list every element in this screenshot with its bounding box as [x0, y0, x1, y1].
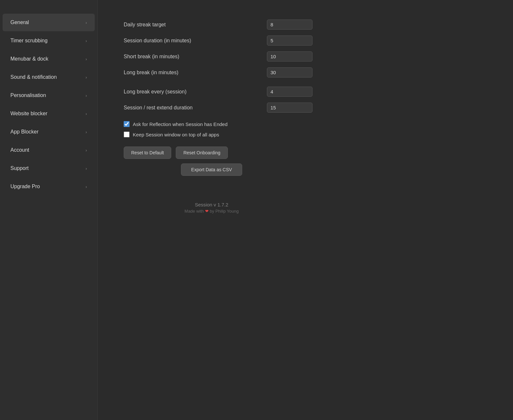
- setting-input-short-break[interactable]: [267, 51, 312, 62]
- sidebar-item-label-personalisation: Personalisation: [10, 92, 46, 98]
- checkbox-label-keep-session-top: Keep Session window on top of all apps: [133, 132, 219, 137]
- sidebar-item-label-support: Support: [10, 165, 29, 171]
- sidebar-item-app-blocker[interactable]: App Blocker›: [3, 123, 95, 141]
- sidebar: General›Timer scrubbing›Menubar & dock›S…: [0, 0, 98, 420]
- checkbox-row-keep-session-top: Keep Session window on top of all apps: [124, 132, 312, 137]
- checkbox-row-ask-reflection: Ask for Reflection when Session has Ende…: [124, 121, 312, 127]
- setting-label-long-break: Long break (in minutes): [124, 70, 178, 76]
- checkbox-ask-reflection[interactable]: [124, 121, 130, 127]
- setting-row-session-duration: Session duration (in minutes): [124, 35, 312, 46]
- setting-input-session-duration[interactable]: [267, 35, 312, 46]
- sidebar-item-support[interactable]: Support›: [3, 160, 95, 177]
- checkbox-label-ask-reflection: Ask for Reflection when Session has Ende…: [133, 121, 228, 127]
- sidebar-item-label-account: Account: [10, 147, 29, 153]
- setting-label-session-rest-extend: Session / rest extend duration: [124, 105, 193, 111]
- setting-label-daily-streak-target: Daily streak target: [124, 22, 166, 28]
- setting-input-long-break[interactable]: [267, 67, 312, 77]
- sidebar-item-label-website-blocker: Website blocker: [10, 111, 48, 117]
- export-csv-button[interactable]: Export Data as CSV: [181, 163, 242, 176]
- sidebar-item-personalisation[interactable]: Personalisation›: [3, 87, 95, 104]
- setting-row-long-break: Long break (in minutes): [124, 67, 312, 77]
- setting-label-session-duration: Session duration (in minutes): [124, 38, 191, 44]
- sidebar-item-upgrade-pro[interactable]: Upgrade Pro›: [3, 178, 95, 195]
- sidebar-item-website-blocker[interactable]: Website blocker›: [3, 105, 95, 122]
- footer-version: Session v 1.7.2: [111, 202, 312, 207]
- sidebar-item-menubar-dock[interactable]: Menubar & dock›: [3, 50, 95, 68]
- sidebar-item-sound-notification[interactable]: Sound & notification›: [3, 68, 95, 86]
- chevron-icon-website-blocker: ›: [86, 111, 87, 116]
- sidebar-item-label-app-blocker: App Blocker: [10, 129, 38, 135]
- sidebar-item-label-timer-scrubbing: Timer scrubbing: [10, 38, 48, 44]
- setting-row-short-break: Short break (in minutes): [124, 51, 312, 62]
- footer-by-text: by Philip Young: [209, 209, 239, 214]
- chevron-icon-account: ›: [86, 148, 87, 153]
- sidebar-item-general[interactable]: General›: [3, 14, 95, 31]
- checkbox-keep-session-top[interactable]: [124, 132, 130, 137]
- chevron-icon-sound-notification: ›: [86, 75, 87, 80]
- setting-row-long-break-every: Long break every (session): [124, 87, 312, 97]
- chevron-icon-personalisation: ›: [86, 93, 87, 98]
- footer-made-with-text: Made with: [185, 209, 205, 214]
- chevron-icon-upgrade-pro: ›: [86, 184, 87, 189]
- reset-onboarding-button[interactable]: Reset Onboarding: [176, 147, 228, 159]
- sidebar-item-label-sound-notification: Sound & notification: [10, 74, 57, 80]
- reset-default-button[interactable]: Reset to Default: [124, 147, 171, 159]
- chevron-icon-app-blocker: ›: [86, 130, 87, 134]
- setting-input-session-rest-extend[interactable]: [267, 103, 312, 113]
- settings-section: Daily streak targetSession duration (in …: [124, 20, 312, 214]
- export-row: Export Data as CSV: [111, 163, 312, 176]
- sidebar-item-timer-scrubbing[interactable]: Timer scrubbing›: [3, 32, 95, 49]
- chevron-icon-timer-scrubbing: ›: [86, 38, 87, 43]
- sidebar-item-account[interactable]: Account›: [3, 141, 95, 159]
- setting-row-daily-streak-target: Daily streak target: [124, 20, 312, 30]
- buttons-row: Reset to DefaultReset Onboarding: [124, 147, 312, 159]
- setting-input-daily-streak-target[interactable]: [267, 20, 312, 30]
- chevron-icon-support: ›: [86, 166, 87, 171]
- setting-input-long-break-every[interactable]: [267, 87, 312, 97]
- setting-label-long-break-every: Long break every (session): [124, 89, 187, 95]
- sidebar-item-label-general: General: [10, 20, 29, 25]
- sidebar-item-label-menubar-dock: Menubar & dock: [10, 56, 49, 62]
- main-content: Daily streak targetSession duration (in …: [98, 0, 513, 420]
- sidebar-item-label-upgrade-pro: Upgrade Pro: [10, 184, 40, 189]
- heart-icon: ❤: [205, 209, 209, 214]
- setting-row-session-rest-extend: Session / rest extend duration: [124, 103, 312, 113]
- chevron-icon-menubar-dock: ›: [86, 57, 87, 62]
- footer: Session v 1.7.2Made with ❤ by Philip You…: [111, 202, 312, 214]
- chevron-icon-general: ›: [86, 20, 87, 25]
- footer-made: Made with ❤ by Philip Young: [111, 209, 312, 214]
- setting-label-short-break: Short break (in minutes): [124, 54, 179, 60]
